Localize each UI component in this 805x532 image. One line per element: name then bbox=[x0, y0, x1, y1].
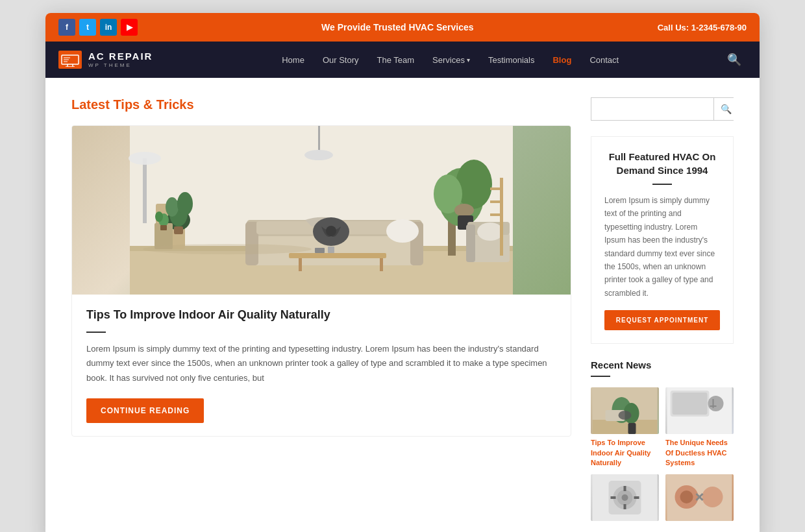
recent-news-section: Recent News bbox=[591, 359, 734, 525]
article-card: Tips To Improve Indoor Air Quality Natur… bbox=[71, 125, 571, 437]
facebook-icon[interactable]: f bbox=[58, 19, 75, 36]
news-item-4[interactable] bbox=[665, 474, 734, 525]
recent-news-divider bbox=[591, 376, 610, 377]
hvac-widget: Full Featured HVAC On Demand Since 1994 … bbox=[591, 136, 734, 344]
linkedin-icon[interactable]: in bbox=[100, 19, 117, 36]
section-title: Latest Tips & Tricks bbox=[71, 97, 571, 112]
nav-services[interactable]: Services ▾ bbox=[423, 42, 479, 78]
svg-point-63 bbox=[708, 396, 724, 411]
nav-home[interactable]: Home bbox=[273, 42, 314, 78]
left-column: Latest Tips & Tricks bbox=[71, 97, 571, 525]
news-thumb-4 bbox=[665, 474, 734, 521]
article-excerpt: Lorem Ipsum is simply dummy text of the … bbox=[86, 342, 556, 385]
article-image bbox=[72, 126, 571, 295]
svg-rect-33 bbox=[380, 258, 383, 271]
news-item-2[interactable]: The Unique Needs Of Ductless HVAC System… bbox=[665, 387, 734, 468]
svg-rect-15 bbox=[174, 226, 183, 234]
logo-sub: WP THEME bbox=[88, 62, 153, 68]
news-thumb-1 bbox=[591, 387, 659, 434]
svg-rect-35 bbox=[328, 247, 334, 253]
svg-rect-32 bbox=[299, 258, 302, 271]
right-sidebar: 🔍 Full Featured HVAC On Demand Since 199… bbox=[591, 97, 734, 525]
svg-point-52 bbox=[304, 150, 333, 160]
logo-main: AC REPAIR bbox=[88, 51, 153, 62]
search-button[interactable]: 🔍 bbox=[713, 98, 738, 120]
widget-title-divider bbox=[652, 184, 672, 185]
recent-news-title: Recent News bbox=[591, 359, 734, 370]
svg-rect-57 bbox=[628, 423, 636, 434]
svg-rect-73 bbox=[611, 496, 616, 499]
article-title: Tips To Improve Indoor Air Quality Natur… bbox=[86, 308, 556, 322]
nav-blog[interactable]: Blog bbox=[543, 42, 580, 78]
widget-text: Lorem Ipsum is simply dummy text of the … bbox=[604, 194, 720, 300]
social-icons: f t in ▶ bbox=[58, 19, 138, 36]
svg-rect-44 bbox=[466, 224, 475, 262]
svg-point-77 bbox=[680, 490, 693, 503]
article-body: Tips To Improve Indoor Air Quality Natur… bbox=[72, 295, 571, 436]
svg-rect-49 bbox=[490, 213, 503, 216]
nav-the-team[interactable]: The Team bbox=[368, 42, 424, 78]
news-item-2-title: The Unique Needs Of Ductless HVAC System… bbox=[665, 438, 734, 468]
search-input[interactable] bbox=[591, 98, 713, 120]
news-item-1-title: Tips To Improve Indoor Air Quality Natur… bbox=[591, 438, 659, 468]
appointment-button[interactable]: REQUEST APPOINTMENT bbox=[604, 310, 720, 330]
news-grid: Tips To Improve Indoor Air Quality Natur… bbox=[591, 387, 734, 525]
tagline: We Provide Trusted HVAC Services bbox=[321, 22, 473, 32]
svg-rect-20 bbox=[143, 158, 147, 223]
nav-bar: AC REPAIR WP THEME Home Our Story The Te… bbox=[45, 42, 760, 78]
svg-point-18 bbox=[155, 212, 163, 222]
logo-text: AC REPAIR WP THEME bbox=[88, 51, 153, 68]
svg-point-38 bbox=[456, 160, 492, 209]
nav-testimonials[interactable]: Testimonials bbox=[479, 42, 544, 78]
svg-point-14 bbox=[177, 192, 193, 215]
svg-rect-62 bbox=[673, 393, 708, 415]
svg-point-29 bbox=[326, 226, 336, 236]
search-box: 🔍 bbox=[591, 97, 734, 121]
nav-our-story[interactable]: Our Story bbox=[314, 42, 368, 78]
svg-rect-65 bbox=[710, 405, 717, 407]
phone-number: Call Us: 1-2345-678-90 bbox=[658, 23, 747, 32]
svg-point-70 bbox=[622, 494, 628, 501]
nav-contact[interactable]: Contact bbox=[580, 42, 628, 78]
svg-point-78 bbox=[702, 487, 723, 507]
svg-rect-34 bbox=[315, 248, 325, 253]
top-bar: f t in ▶ We Provide Trusted HVAC Service… bbox=[45, 13, 760, 42]
search-icon[interactable]: 🔍 bbox=[722, 53, 747, 67]
svg-point-45 bbox=[477, 223, 503, 241]
svg-point-13 bbox=[166, 197, 179, 217]
continue-reading-button[interactable]: CONTINUE READING bbox=[86, 398, 204, 423]
youtube-icon[interactable]: ▶ bbox=[121, 19, 138, 36]
news-item-3[interactable] bbox=[591, 474, 659, 525]
svg-rect-74 bbox=[634, 496, 639, 499]
svg-rect-48 bbox=[490, 200, 503, 203]
news-thumb-2 bbox=[665, 387, 734, 434]
news-item-1[interactable]: Tips To Improve Indoor Air Quality Natur… bbox=[591, 387, 659, 468]
news-thumb-3 bbox=[591, 474, 659, 521]
logo-icon bbox=[58, 51, 82, 69]
svg-rect-31 bbox=[289, 253, 386, 258]
twitter-icon[interactable]: t bbox=[79, 19, 96, 36]
svg-point-21 bbox=[129, 152, 161, 165]
browser-window: f t in ▶ We Provide Trusted HVAC Service… bbox=[45, 13, 760, 532]
svg-rect-71 bbox=[624, 486, 626, 491]
svg-point-59 bbox=[619, 411, 632, 420]
article-title-divider bbox=[86, 332, 106, 333]
logo[interactable]: AC REPAIR WP THEME bbox=[58, 51, 153, 69]
services-arrow: ▾ bbox=[467, 56, 470, 64]
nav-links: Home Our Story The Team Services ▾ Testi… bbox=[179, 42, 722, 78]
main-content: Latest Tips & Tricks bbox=[45, 78, 760, 532]
widget-title: Full Featured HVAC On Demand Since 1994 bbox=[604, 150, 720, 177]
svg-point-50 bbox=[143, 244, 312, 254]
svg-rect-19 bbox=[160, 225, 167, 230]
svg-point-30 bbox=[386, 219, 419, 243]
svg-point-40 bbox=[454, 204, 474, 217]
svg-rect-47 bbox=[490, 187, 503, 190]
svg-rect-72 bbox=[624, 504, 626, 509]
